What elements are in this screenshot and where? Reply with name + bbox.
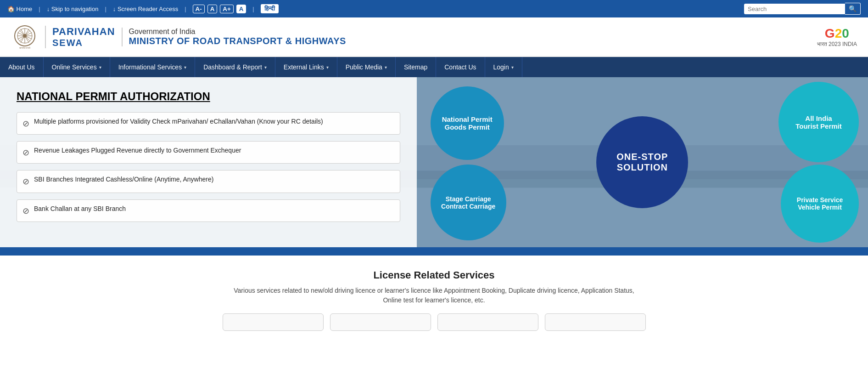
all-india-tourist-permit-circle[interactable]: All IndiaTourist Permit — [778, 82, 859, 162]
hero-content-right: National PermitGoods Permit All IndiaTou… — [417, 77, 868, 247]
feature-item-3: ⊘ SBI Branches Integrated Cashless/Onlin… — [17, 170, 400, 193]
emblem-icon: सत्यमेव जयते — [11, 23, 39, 51]
svg-text:सत्यमेव जयते: सत्यमेव जयते — [19, 46, 30, 49]
stage-carriage-circle[interactable]: Stage CarriageContract Carriage — [431, 165, 506, 240]
g20-g: G — [825, 26, 835, 40]
one-stop-solution-label: ONE-STOPSOLUTION — [616, 152, 668, 173]
hindi-language-button[interactable]: हिन्दी — [261, 4, 279, 13]
license-card-4[interactable] — [545, 313, 646, 331]
brand-logo: PARIVAHAN SEWA — [45, 26, 115, 48]
national-goods-permit-circle[interactable]: National PermitGoods Permit — [431, 86, 504, 160]
license-cards — [11, 313, 857, 331]
nav-external-links-label: External Links — [284, 63, 324, 71]
public-media-dropdown-icon: ▾ — [385, 65, 387, 70]
font-active-button[interactable]: A — [236, 5, 246, 13]
license-section-description: Various services related to new/old driv… — [228, 286, 641, 305]
nav-public-media[interactable]: Public Media ▾ — [337, 57, 396, 77]
sep1: | — [39, 6, 40, 12]
g20-2: 2 — [835, 26, 842, 40]
external-links-dropdown-icon: ▾ — [326, 65, 329, 70]
nav-about-us-label: About Us — [8, 63, 35, 71]
nav-online-services-label: Online Services — [52, 63, 97, 71]
top-bar: 🏠 Home | ↓ Skip to navigation | ↓ Screen… — [0, 0, 868, 17]
logo-area: सत्यमेव जयते PARIVAHAN SEWA Government o… — [11, 23, 346, 51]
font-normal-button[interactable]: A — [207, 5, 218, 13]
g20-text: G20 — [817, 26, 857, 41]
nav-public-media-label: Public Media — [346, 63, 382, 71]
gov-label: Government of India — [129, 28, 346, 36]
hero-content-left: NATIONAL PERMIT AUTHORIZATION ⊘ Multiple… — [0, 77, 417, 247]
nav-dashboard-report-label: Dashboard & Report — [203, 63, 262, 71]
sep4: | — [252, 6, 254, 12]
feature-icon-3: ⊘ — [22, 176, 29, 187]
g20-india-label: भारत 2023 INDIA — [817, 41, 857, 47]
parivahan-label: PARIVAHAN — [52, 26, 115, 38]
nav-informational-services-label: Informational Services — [118, 63, 182, 71]
one-stop-solution-circle[interactable]: ONE-STOPSOLUTION — [596, 116, 688, 208]
feature-item-2: ⊘ Revenue Leakages Plugged Revenue direc… — [17, 141, 400, 164]
font-large-button[interactable]: A+ — [220, 5, 233, 13]
hero-banner: NATIONAL PERMIT AUTHORIZATION ⊘ Multiple… — [0, 77, 868, 247]
sep2: | — [105, 6, 106, 12]
nav-dashboard-report[interactable]: Dashboard & Report ▾ — [195, 57, 275, 77]
search-button[interactable]: 🔍 — [845, 3, 861, 15]
private-service-vehicle-circle[interactable]: Private ServiceVehicle Permit — [781, 165, 859, 243]
nav-online-services[interactable]: Online Services ▾ — [44, 57, 110, 77]
nav-informational-services[interactable]: Informational Services ▾ — [110, 57, 196, 77]
feature-text-4: Bank Challan at any SBI Branch — [34, 205, 126, 214]
sewa-label: SEWA — [52, 38, 115, 48]
g20-0: 0 — [842, 26, 849, 40]
feature-icon-1: ⊘ — [22, 118, 29, 130]
font-size-controls: A- A A+ A — [193, 5, 246, 13]
home-link[interactable]: 🏠 Home — [7, 6, 32, 12]
feature-item-1: ⊘ Multiple platforms provisioned for Val… — [17, 112, 400, 135]
dashboard-report-dropdown-icon: ▾ — [264, 65, 267, 70]
feature-text-1: Multiple platforms provisioned for Valid… — [34, 117, 323, 126]
feature-icon-4: ⊘ — [22, 205, 29, 217]
search-input[interactable] — [744, 4, 845, 14]
license-section: License Related Services Various service… — [0, 256, 868, 338]
online-services-dropdown-icon: ▾ — [99, 65, 101, 70]
blue-strip — [0, 247, 868, 256]
nav-login[interactable]: Login ▾ — [485, 57, 522, 77]
nav-contact-us-label: Contact Us — [444, 63, 476, 71]
ministry-label: MINISTRY OF ROAD TRANSPORT & HIGHWAYS — [129, 36, 346, 46]
skip-nav-link[interactable]: ↓ Skip to navigation — [47, 6, 99, 12]
stage-carriage-label: Stage CarriageContract Carriage — [441, 195, 495, 210]
nav-sitemap-label: Sitemap — [404, 63, 427, 71]
license-card-2[interactable] — [330, 313, 431, 331]
license-card-1[interactable] — [223, 313, 324, 331]
search-area: 🔍 — [744, 3, 861, 15]
national-goods-permit-label: National PermitGoods Permit — [442, 115, 493, 131]
all-india-tourist-permit-label: All IndiaTourist Permit — [795, 114, 842, 130]
g20-logo: G20 भारत 2023 INDIA — [817, 26, 857, 47]
private-service-vehicle-label: Private ServiceVehicle Permit — [797, 196, 843, 211]
nav-contact-us[interactable]: Contact Us — [436, 57, 485, 77]
sep3: | — [185, 6, 186, 12]
nav-login-label: Login — [493, 63, 509, 71]
informational-services-dropdown-icon: ▾ — [184, 65, 186, 70]
feature-item-4: ⊘ Bank Challan at any SBI Branch — [17, 199, 400, 222]
font-small-button[interactable]: A- — [193, 5, 205, 13]
feature-list: ⊘ Multiple platforms provisioned for Val… — [17, 112, 400, 222]
ministry-area: Government of India MINISTRY OF ROAD TRA… — [122, 28, 346, 46]
screen-reader-link[interactable]: ↓ Screen Reader Access — [113, 6, 178, 12]
permit-circles: National PermitGoods Permit All IndiaTou… — [417, 77, 868, 247]
nav-sitemap[interactable]: Sitemap — [396, 57, 436, 77]
main-navigation: About Us Online Services ▾ Informational… — [0, 57, 868, 77]
header: सत्यमेव जयते PARIVAHAN SEWA Government o… — [0, 17, 868, 57]
license-section-title: License Related Services — [11, 269, 857, 281]
feature-icon-2: ⊘ — [22, 147, 29, 159]
hero-title: NATIONAL PERMIT AUTHORIZATION — [17, 90, 400, 103]
feature-text-3: SBI Branches Integrated Cashless/Online … — [34, 175, 213, 184]
nav-external-links[interactable]: External Links ▾ — [275, 57, 337, 77]
feature-text-2: Revenue Leakages Plugged Revenue directl… — [34, 146, 241, 155]
login-dropdown-icon: ▾ — [511, 65, 514, 70]
nav-about-us[interactable]: About Us — [0, 57, 44, 77]
license-card-3[interactable] — [437, 313, 538, 331]
